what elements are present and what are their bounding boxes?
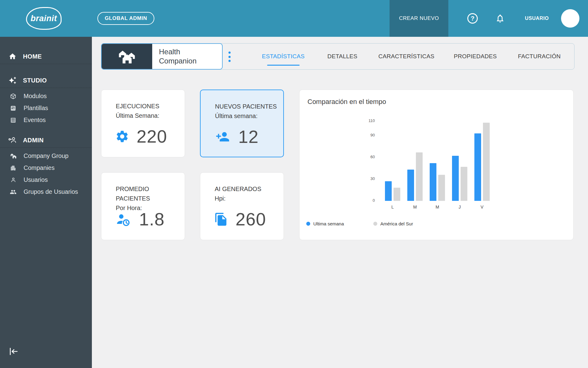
sidebar-item-label: Modulos [24, 93, 47, 100]
x-axis-label: V [475, 205, 489, 209]
stat-value: 1.8 [139, 209, 165, 229]
brand-logo: brainit [26, 6, 62, 30]
people-group-icon [10, 189, 17, 195]
stat-card-ejecuciones[interactable]: EJECUCIONES Última Semana: 220 [101, 90, 185, 157]
sidebar-item-admin[interactable]: ADMIN [0, 133, 92, 148]
collapse-arrow-icon [8, 346, 19, 357]
notifications-button[interactable] [494, 13, 506, 24]
holiday-village-icon [117, 49, 137, 64]
main-content: Health Companion ESTADÍSTICAS DETALLES C… [92, 37, 588, 368]
y-axis-tick: 110 [355, 118, 375, 123]
sidebar-item-label: Eventos [24, 117, 46, 124]
bar-chart: 0306090110LMMJV [300, 90, 574, 240]
x-axis-label: M [431, 205, 444, 209]
y-axis-tick: 60 [355, 155, 375, 159]
gear-icon [115, 129, 129, 144]
bar-ultima-semana [430, 163, 436, 201]
legend-dot-blue [306, 222, 310, 226]
topbar: brainit GLOBAL ADMIN CREAR NUEVO ? USUAR… [0, 0, 588, 37]
logo-text: brainit [31, 14, 57, 23]
avatar[interactable] [561, 9, 579, 28]
sidebar-item-label: Company Group [24, 152, 69, 159]
collapse-sidebar-button[interactable] [7, 345, 20, 358]
product-selector[interactable]: Health Companion [101, 43, 223, 70]
product-name: Health Companion [152, 44, 222, 69]
user-menu[interactable]: USUARIO [525, 16, 549, 21]
help-icon: ? [467, 13, 478, 24]
sparkles-icon [8, 76, 17, 84]
stat-card-label: AI GENERADOS Hpi: [215, 184, 261, 203]
sidebar-item-company-group[interactable]: Company Group [0, 150, 92, 162]
bar-america-del-sur [483, 123, 490, 201]
more-options-menu[interactable] [227, 52, 232, 62]
home-icon [8, 52, 17, 60]
tab-facturacion[interactable]: FACTURACIÓN [518, 44, 560, 69]
events-table-icon [10, 117, 17, 123]
tab-propiedades[interactable]: PROPIEDADES [454, 44, 497, 69]
document-copy-icon [214, 212, 228, 226]
building-icon [10, 165, 17, 171]
sidebar-item-label: Usuarios [24, 176, 48, 183]
person-clock-icon [115, 212, 132, 227]
sidebar-item-label: STUDIO [23, 77, 47, 84]
legend-dot-gray [373, 222, 377, 226]
help-button[interactable]: ? [467, 13, 478, 24]
sidebar-item-companies[interactable]: Companies [0, 162, 92, 174]
sidebar-item-label: HOME [23, 53, 42, 60]
sidebar-item-home[interactable]: HOME [0, 49, 92, 64]
sidebar-nav: HOME STUDIO Modulos Plantillas [0, 37, 92, 198]
bar-america-del-sur [394, 188, 400, 201]
product-icon-box [102, 44, 152, 69]
person-icon [10, 177, 17, 183]
bar-ultima-semana [385, 181, 392, 201]
sidebar: HOME STUDIO Modulos Plantillas [0, 37, 92, 368]
stat-card-ai-generados[interactable]: AI GENERADOS Hpi: 260 [200, 172, 284, 240]
sidebar-item-label: Grupos de Usuarios [24, 188, 78, 195]
tab-caracteristicas[interactable]: CARACTERÍSTICAS [379, 44, 435, 69]
cube-icon [10, 93, 17, 99]
x-axis-label: M [408, 205, 422, 209]
y-axis-tick: 0 [355, 198, 375, 203]
template-icon [10, 105, 17, 111]
bar-ultima-semana [452, 156, 459, 201]
stat-value: 12 [238, 126, 259, 147]
sidebar-item-studio[interactable]: STUDIO [0, 73, 92, 88]
admin-key-person-icon [8, 136, 17, 144]
logo-blob-outline: brainit [26, 7, 62, 30]
global-admin-badge: GLOBAL ADMIN [97, 12, 154, 25]
sidebar-item-eventos[interactable]: Eventos [0, 114, 92, 126]
bar-america-del-sur [461, 167, 467, 201]
legend-america-del-sur[interactable]: América del Sur [373, 221, 413, 226]
y-axis-tick: 30 [355, 176, 375, 181]
tab-detalles[interactable]: DETALLES [327, 44, 357, 69]
stat-value: 220 [137, 126, 167, 147]
sidebar-item-label: Companies [24, 164, 55, 171]
x-axis-label: L [386, 205, 399, 209]
bar-ultima-semana [407, 170, 414, 201]
stat-value: 260 [236, 209, 266, 229]
sidebar-item-grupos-de-usuarios[interactable]: Grupos de Usuarios [0, 186, 92, 198]
comparison-chart-card: Comparación en el tiempo 0306090110LMMJV… [299, 90, 574, 240]
person-add-icon [214, 130, 231, 144]
x-axis-label: J [453, 205, 466, 209]
bell-icon [495, 13, 505, 23]
stat-card-label: EJECUCIONES Última Semana: [116, 102, 159, 121]
product-header: Health Companion ESTADÍSTICAS DETALLES C… [101, 43, 575, 70]
houses-icon [10, 153, 17, 159]
create-new-button[interactable]: CREAR NUEVO [390, 0, 448, 37]
tab-estadisticas[interactable]: ESTADÍSTICAS [262, 44, 304, 69]
sidebar-item-modulos[interactable]: Modulos [0, 90, 92, 102]
sidebar-item-label: ADMIN [23, 137, 44, 144]
y-axis-tick: 90 [355, 133, 375, 137]
bar-ultima-semana [474, 133, 481, 201]
sidebar-item-plantillas[interactable]: Plantillas [0, 102, 92, 114]
sidebar-item-usuarios[interactable]: Usuarios [0, 174, 92, 186]
sidebar-item-label: Plantillas [24, 105, 48, 112]
bar-america-del-sur [438, 175, 445, 201]
stat-card-promedio-pacientes[interactable]: PROMEDIO PACIENTES Por Hora: 1.8 [101, 172, 185, 240]
stat-card-nuevos-pacientes[interactable]: NUEVOS PACIENTES Última semana: 12 [200, 90, 284, 157]
stat-card-label: NUEVOS PACIENTES Última semana: [215, 102, 277, 121]
bar-america-del-sur [416, 152, 423, 201]
legend-ultima-semana[interactable]: Ultima semana [306, 221, 344, 226]
